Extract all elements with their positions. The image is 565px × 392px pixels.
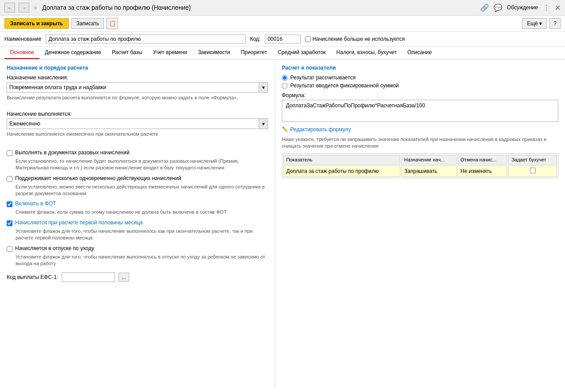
checkbox-4-label[interactable]: Начисляется при расчете первой половины … xyxy=(15,220,142,226)
checkbox-2-label[interactable]: Поддерживает несколько одновременно дейс… xyxy=(15,175,181,181)
favorite-icon[interactable]: ★ xyxy=(33,4,39,11)
right-panel: Расчет и показатели Результат рассчитыва… xyxy=(275,59,565,389)
title-actions: 🔗 💬 Обсуждение ⋮ ✕ xyxy=(480,4,561,12)
not-used-checkbox[interactable] xyxy=(305,36,311,42)
name-label: Наименование xyxy=(4,36,41,42)
more-button[interactable]: Ещё ▾ xyxy=(522,18,547,29)
checkbox-3[interactable] xyxy=(7,201,12,207)
purpose-group: Назначение начисления: ▼ Вычисление резу… xyxy=(7,74,268,101)
checkbox-5-desc: Установите флажок для того, чтобы начисл… xyxy=(16,254,268,267)
radio-1-label[interactable]: Результат рассчитывается xyxy=(290,74,356,81)
link-icon[interactable]: 🔗 xyxy=(480,4,489,12)
checkbox-1[interactable] xyxy=(7,150,12,156)
frequency-desc: Начисление выполняется ежемесячно при ок… xyxy=(7,131,268,137)
frequency-dropdown-btn[interactable]: ▼ xyxy=(259,119,268,129)
tab-base[interactable]: Расчет базы xyxy=(107,47,148,59)
purpose-desc: Вычисление результата расчета выполняетс… xyxy=(7,94,268,101)
right-section-header: Расчет и показатели xyxy=(282,65,558,71)
name-input[interactable] xyxy=(46,35,245,43)
efs-input[interactable] xyxy=(62,272,115,282)
checkbox-5[interactable] xyxy=(7,246,12,252)
tab-basic[interactable]: Основное xyxy=(4,47,40,59)
purpose-dropdown[interactable]: ▼ xyxy=(7,82,268,93)
efs-label: Код выплаты ЕФС-1: xyxy=(7,274,58,280)
close-button[interactable]: ✕ xyxy=(555,4,561,12)
frequency-label: Начисление выполняется: xyxy=(7,111,268,117)
not-used-label: Начисление больше не используется xyxy=(312,36,405,42)
forward-button[interactable]: → xyxy=(19,3,29,12)
left-section-header: Назначение и порядок расчета xyxy=(7,65,268,71)
edit-formula-link[interactable]: Редактировать формулу xyxy=(282,126,558,133)
code-input[interactable] xyxy=(265,35,300,43)
formula-label: Формула: xyxy=(282,92,558,98)
checkbox-item-1: Выполнять в документах разовых начислени… xyxy=(7,149,268,156)
title-bar: ← → ★ Доплата за стаж работы по профилю … xyxy=(0,0,565,16)
indicators-desc: Ниже укажите, требуется ли запрашивать з… xyxy=(282,136,558,150)
tab-money[interactable]: Денежное содержание xyxy=(40,47,107,59)
copy-button[interactable]: 📋 xyxy=(107,18,118,29)
table-row[interactable]: Доплата за стаж работы по профилю Запраш… xyxy=(283,165,557,177)
formula-box[interactable]: ДоплатаЗаСтажРаботыПоПрофилю*РасчетнаяБа… xyxy=(282,100,558,122)
checkbox-3-label[interactable]: Включать в ФОТ xyxy=(15,200,56,207)
form-header: Наименование Код: Начисление больше не и… xyxy=(0,32,565,47)
checkbox-item-5: Начисляется в отпуске по уходу xyxy=(7,245,268,252)
th-indicator: Показатель xyxy=(283,155,400,165)
th-cancel: Отмена начис... xyxy=(458,155,508,165)
purpose-label: Назначение начисления: xyxy=(7,74,268,81)
checkbox-4-desc: Установите флажок для того, чтобы начисл… xyxy=(16,228,268,242)
save-close-button[interactable]: Записать и закрыть xyxy=(4,18,69,29)
window-title: Доплата за стаж работы по профилю (Начис… xyxy=(42,4,477,11)
back-button[interactable]: ← xyxy=(4,3,15,12)
checkbox-5-label[interactable]: Начисляется в отпуске по уходу xyxy=(15,245,94,251)
cell-assignment: Запрашивать xyxy=(401,165,457,177)
code-label: Код: xyxy=(250,36,261,42)
frequency-input[interactable] xyxy=(7,119,259,128)
discuss-label: Обсуждение xyxy=(507,4,538,11)
radio-1[interactable] xyxy=(282,75,288,81)
tab-desc[interactable]: Описание xyxy=(402,47,437,59)
discuss-icon[interactable]: 💬 xyxy=(494,4,502,12)
checkbox-2[interactable] xyxy=(7,176,12,182)
main-content: Назначение и порядок расчета Назначение … xyxy=(0,59,565,389)
checkbox-item-2: Поддерживает несколько одновременно дейс… xyxy=(7,175,268,182)
tab-priority[interactable]: Приоритет xyxy=(235,47,272,59)
purpose-dropdown-btn[interactable]: ▼ xyxy=(259,82,268,92)
accounting-checkbox[interactable] xyxy=(530,168,536,173)
purpose-input[interactable] xyxy=(7,83,259,92)
formula-group: Формула: ДоплатаЗаСтажРаботыПоПрофилю*Ра… xyxy=(282,92,558,122)
frequency-dropdown[interactable]: ▼ xyxy=(7,118,268,129)
efs-row: Код выплаты ЕФС-1: ... xyxy=(7,270,268,284)
left-panel: Назначение и порядок расчета Назначение … xyxy=(0,59,275,389)
toolbar: Записать и закрыть Записать 📋 Ещё ▾ ? xyxy=(0,16,565,32)
radio-2[interactable] xyxy=(282,83,288,89)
tabs-bar: Основное Денежное содержание Расчет базы… xyxy=(0,47,565,59)
checkbox-3-desc: Снимите флажок, если сумма по этому начи… xyxy=(16,209,268,216)
help-button[interactable]: ? xyxy=(549,18,561,29)
not-used-checkbox-label[interactable]: Начисление больше не используется xyxy=(305,36,405,42)
checkbox-item-3: Включать в ФОТ xyxy=(7,200,268,207)
checkbox-2-desc: Если установлено, можно ввести несколько… xyxy=(16,184,268,197)
checkbox-item-4: Начисляется при расчете первой половины … xyxy=(7,220,268,226)
th-accounting: Задает бухучет xyxy=(508,155,557,165)
window-more-button[interactable]: ⋮ xyxy=(542,4,550,12)
indicators-table: Показатель Назначение нач... Отмена начи… xyxy=(282,153,558,178)
tab-time[interactable]: Учет времени xyxy=(148,47,193,59)
tab-avg[interactable]: Средний заработок xyxy=(273,47,331,59)
efs-button[interactable]: ... xyxy=(119,273,129,282)
cell-cancel: Не изменять xyxy=(458,165,508,177)
checkbox-4[interactable] xyxy=(7,220,12,226)
checkbox-1-label[interactable]: Выполнять в документах разовых начислени… xyxy=(15,149,130,156)
tab-deps[interactable]: Зависимости xyxy=(193,47,236,59)
save-button[interactable]: Записать xyxy=(71,18,104,29)
tab-tax[interactable]: Налоги, взносы, бухучет xyxy=(331,47,402,59)
cell-accounting xyxy=(508,165,557,177)
cell-indicator: Доплата за стаж работы по профилю xyxy=(283,165,400,177)
radio-2-label[interactable]: Результат вводится фиксированной суммой xyxy=(290,82,399,89)
radio-group: Результат рассчитывается Результат вводи… xyxy=(282,74,558,89)
frequency-group: Начисление выполняется: ▼ Начисление вып… xyxy=(7,111,268,137)
checkbox-1-desc: Если установлено, то начисление будет вы… xyxy=(16,158,268,172)
th-assignment: Назначение нач... xyxy=(401,155,457,165)
radio-item-2: Результат вводится фиксированной суммой xyxy=(282,82,558,89)
radio-item-1: Результат рассчитывается xyxy=(282,74,558,81)
edit-formula-text: Редактировать формулу xyxy=(290,126,351,133)
